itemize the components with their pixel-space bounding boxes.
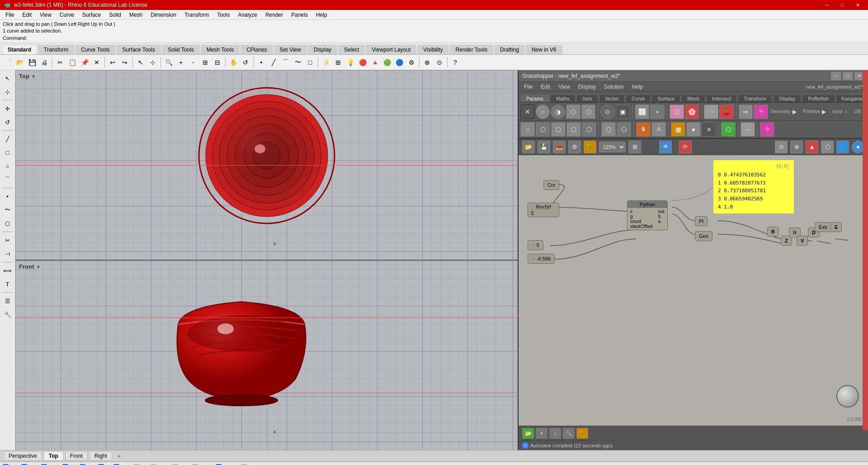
gh-menu-view[interactable]: View [555, 83, 574, 91]
menu-curve[interactable]: Curve [56, 11, 78, 19]
tb-delete[interactable]: ✕ [91, 57, 103, 68]
gh-icon2-5[interactable]: ⬡ [582, 122, 596, 137]
gh-bug-btn[interactable]: 🐛 [584, 141, 596, 153]
tb-grid[interactable]: ⊞ [332, 57, 344, 68]
tb-open[interactable]: 📂 [14, 57, 26, 68]
gh-node-extr[interactable]: Extr [815, 222, 832, 232]
tab-new-in-v6[interactable]: New in V6 [526, 45, 562, 54]
lt-arc[interactable]: ⌒ [1, 173, 14, 186]
gh-icon2-input[interactable]: ▦ [671, 122, 685, 137]
lt-rotate[interactable]: ↺ [1, 116, 14, 128]
viewport-top[interactable]: x y [15, 70, 518, 261]
lt-rect[interactable]: □ [1, 146, 14, 159]
gh-import-btn[interactable]: 📥 [553, 141, 566, 153]
gh-tab-mesh[interactable]: Mesh [681, 95, 705, 102]
lt-props[interactable]: 🔧 [1, 308, 14, 321]
lt-dim[interactable]: ⟺ [1, 264, 14, 277]
gh-icon-x[interactable]: ✕ [520, 104, 535, 119]
tb-freehand[interactable]: 〜 [292, 57, 304, 68]
lt-line[interactable]: ╱ [1, 133, 14, 145]
gh-icon-box1[interactable]: ⬜ [635, 104, 650, 119]
tb-new[interactable]: 📄 [2, 57, 14, 68]
gh-icon-red[interactable]: 🌸 [685, 104, 699, 119]
tb-print[interactable]: 🖨 [38, 57, 50, 68]
lt-text[interactable]: T [1, 278, 14, 290]
tb-redo[interactable]: ↪ [119, 57, 131, 68]
gh-icon2-2[interactable]: ⬡ [536, 122, 550, 137]
close-button[interactable]: ✕ [851, 0, 864, 10]
menu-help[interactable]: Help [312, 11, 331, 19]
tb-zoom-in[interactable]: + [175, 57, 187, 68]
maximize-button[interactable]: □ [835, 0, 849, 10]
gh-bt-3[interactable]: ↓ [549, 428, 561, 439]
tb-render4[interactable]: ⚙ [406, 57, 417, 68]
tab-set-view[interactable]: Set View [274, 45, 307, 54]
lt-point[interactable]: • [1, 190, 14, 203]
lt-trim[interactable]: ✂ [1, 234, 14, 247]
lt-move[interactable]: ✛ [1, 102, 14, 115]
tab-render-tools[interactable]: Render Tools [449, 45, 493, 54]
lt-circle[interactable]: ○ [1, 160, 14, 172]
gh-icon2-9[interactable]: 9 [636, 122, 651, 137]
gh-tab-display[interactable]: Display [773, 95, 801, 102]
gh-minimize-btn[interactable]: ─ [831, 72, 841, 80]
gh-bt-2[interactable]: + [536, 428, 547, 439]
gh-preview-btn[interactable]: 👁 [659, 141, 672, 153]
tb-render1[interactable]: 🔺 [369, 57, 381, 68]
gh-icon-flamingo[interactable]: 🦩 [754, 104, 768, 119]
top-label-dropdown[interactable]: ▼ [31, 74, 36, 79]
gh-icon2-6[interactable]: ⬡ [601, 122, 616, 137]
gh-tab-transform[interactable]: Transform [738, 95, 772, 102]
gh-bt-5[interactable]: 🐛 [576, 428, 588, 439]
gh-tab-sets[interactable]: Sets [576, 95, 598, 102]
gh-icon2-4[interactable]: ⬡ [566, 122, 581, 137]
gh-save-btn[interactable]: 💾 [538, 141, 550, 153]
gh-primitive-expand[interactable]: ▶ [822, 109, 826, 115]
gh-node-geo[interactable]: Geo [695, 231, 712, 241]
gh-node-pt[interactable]: Pt [695, 216, 708, 226]
gh-icon2-7[interactable]: ⬡ [617, 122, 631, 137]
tab-solid-tools[interactable]: Solid Tools [162, 45, 200, 54]
tb-zoom-window[interactable]: 🔍 [163, 57, 175, 68]
lt-curve[interactable]: 〜 [1, 204, 14, 216]
tb-select2[interactable]: ⊹ [147, 57, 159, 68]
tb-render2[interactable]: 🟢 [381, 57, 393, 68]
gh-node-v[interactable]: V [797, 236, 808, 246]
viewport-front[interactable]: x z [15, 261, 518, 450]
lt-select2[interactable]: ⊹ [1, 85, 14, 98]
lt-layer[interactable]: ☰ [1, 294, 14, 307]
gh-menu-edit[interactable]: Edit [537, 83, 554, 91]
tab-drafting[interactable]: Drafting [494, 45, 525, 54]
gh-tab-curve[interactable]: Curve [626, 95, 651, 102]
vp-tab-front[interactable]: Front [65, 451, 88, 460]
gh-node-value5[interactable]: ○ 5 [528, 240, 543, 250]
gh-canvas[interactable]: Crv RevSrf S Python c g count [519, 155, 868, 426]
tb-material[interactable]: 🔴 [357, 57, 368, 68]
tb-select[interactable]: ↖ [135, 57, 146, 68]
gh-geometry-expand[interactable]: ▶ [793, 109, 797, 115]
gh-open-file-btn[interactable]: 📂 [522, 141, 535, 153]
tab-visibility[interactable]: Visibility [417, 45, 448, 54]
gh-icon-pink[interactable]: ⬡ [670, 104, 684, 119]
tb-rotate[interactable]: ↺ [240, 57, 251, 68]
menu-transform[interactable]: Transform [181, 11, 212, 19]
tab-cplanes[interactable]: CPlanes [241, 45, 273, 54]
gh-tab-surface[interactable]: Surface [651, 95, 680, 102]
tb-snap-end[interactable]: ⚡ [320, 57, 332, 68]
command-field[interactable] [29, 35, 119, 41]
menu-view[interactable]: View [36, 11, 55, 19]
gh-node-e[interactable]: E [830, 222, 842, 232]
tab-transform[interactable]: Transform [38, 45, 74, 54]
front-label-dropdown[interactable]: ▼ [36, 264, 41, 270]
tb-zoom-sel[interactable]: ⊟ [212, 57, 223, 68]
gh-icon-cherry[interactable]: 🍒 [719, 104, 734, 119]
tab-curve-tools[interactable]: Curve Tools [75, 45, 115, 54]
menu-tools[interactable]: Tools [213, 11, 233, 19]
tab-standard[interactable]: Standard [2, 45, 37, 54]
tb-render3[interactable]: 🔵 [393, 57, 405, 68]
gh-node-value-neg[interactable]: ○ -4.596 [528, 254, 555, 264]
gh-icon-arr2[interactable]: ⇒ [739, 104, 753, 119]
gh-bt-4[interactable]: 🔧 [563, 428, 575, 439]
tb-zoom-ext[interactable]: ⊞ [199, 57, 211, 68]
gh-tab-intersect[interactable]: Intersect [706, 95, 737, 102]
